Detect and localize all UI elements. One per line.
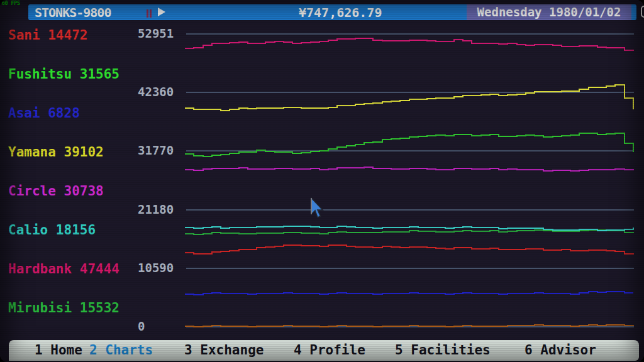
tab-facilities[interactable]: 5 Facilities — [395, 343, 491, 358]
series-line-sani — [185, 245, 633, 255]
watchlist-item-hardbank[interactable]: Hardbank 47444 — [8, 261, 119, 277]
tab-home[interactable]: 1 Home — [35, 343, 82, 358]
date-display: Wednesday 1980/01/02 — [467, 4, 631, 20]
series-line-circle — [185, 167, 633, 171]
tab-exchange[interactable]: 3 Exchange — [184, 343, 264, 358]
mouse-cursor-icon — [310, 197, 325, 220]
series-line-hardbank — [185, 38, 633, 51]
series-line-fushitsu — [185, 133, 633, 156]
fps-counter: 60 FPS — [2, 1, 20, 6]
series-line-asai — [185, 292, 633, 295]
bottom-tab-bar: 1 Home2 Charts3 Exchange4 Profile5 Facil… — [9, 340, 639, 361]
watchlist-item-circle[interactable]: Circle 30738 — [8, 184, 104, 199]
watchlist-item-sani[interactable]: Sani 14472 — [8, 28, 87, 43]
balance-amount: ¥747,626.79 — [299, 5, 382, 20]
app-title: STONKS-9800 — [35, 5, 111, 20]
play-icon[interactable] — [158, 8, 165, 16]
tab-charts[interactable]: 2 Charts — [89, 343, 153, 358]
pause-icon[interactable] — [147, 8, 153, 16]
watchlist-item-fushitsu[interactable]: Fushitsu 31565 — [8, 67, 119, 82]
watchlist-item-calio[interactable]: Calio 18156 — [8, 222, 96, 238]
watchlist-item-asai[interactable]: Asai 6828 — [8, 106, 80, 121]
hamburger-menu-icon[interactable]: ≡ — [641, 6, 644, 18]
tab-advisor[interactable]: 6 Advisor — [525, 343, 596, 358]
watchlist-item-yamana[interactable]: Yamana 39102 — [8, 145, 104, 160]
watchlist-item-mirubisi[interactable]: Mirubisi 15532 — [8, 300, 119, 315]
game-screen: 60 FPS STONKS-9800 ¥747,626.79 Wednesday… — [0, 0, 644, 362]
top-status-bar: STONKS-9800 ¥747,626.79 Wednesday 1980/0… — [28, 4, 636, 20]
series-line-yamana — [185, 85, 633, 111]
tab-profile[interactable]: 4 Profile — [294, 343, 365, 358]
